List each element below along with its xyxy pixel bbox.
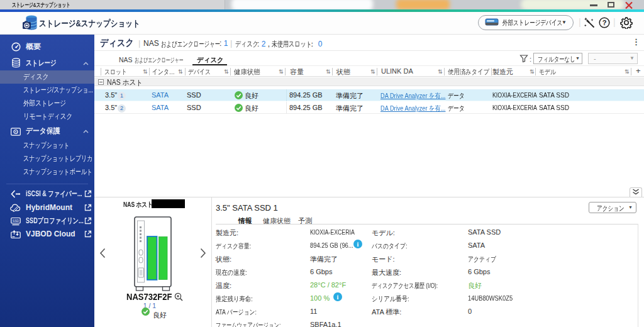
svg-text:i: i [337,294,339,301]
svg-text:SSD: SSD [13,219,19,223]
svg-text:i: i [357,241,359,248]
svg-text:?: ? [602,19,607,26]
